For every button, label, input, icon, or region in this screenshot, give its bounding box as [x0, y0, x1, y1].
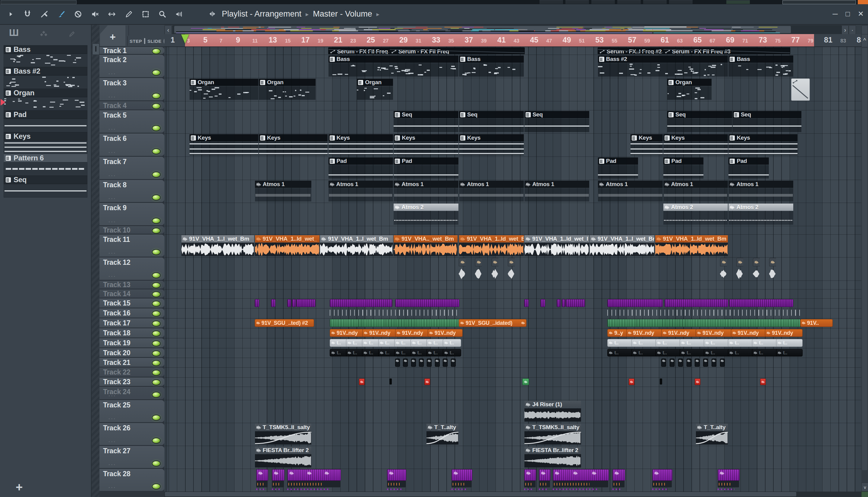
play-icon[interactable] — [5, 9, 16, 19]
marker-clip-red[interactable] — [359, 379, 365, 385]
track-header-2[interactable]: Track 2 ··· — [100, 55, 164, 77]
pattern-clip[interactable]: Seq — [732, 111, 802, 132]
audio-clip-atmos[interactable]: Atmos 1 — [728, 180, 794, 202]
track-mute-led[interactable] — [152, 330, 161, 337]
riser-audio-clip[interactable]: T_TSMK5..ll_salty — [255, 423, 312, 445]
automation-clip[interactable]: Serum - FX..l Freq #2 — [598, 47, 664, 54]
purple-clip[interactable] — [395, 299, 459, 307]
mini-audio-clip[interactable] — [435, 358, 440, 367]
step-checkbox[interactable] — [144, 38, 145, 44]
purple-audio-clip[interactable] — [387, 469, 406, 481]
track-header-6[interactable]: Track 6 ··· — [100, 133, 164, 156]
close-button[interactable]: ✕ — [858, 10, 864, 18]
audio-chip-clip[interactable]: t.. — [362, 349, 380, 356]
pencil-icon[interactable] — [67, 29, 77, 39]
mini-audio-clip[interactable] — [443, 358, 447, 367]
track-header-27[interactable]: Track 27 ··· — [100, 446, 164, 468]
track-mute-led[interactable] — [152, 272, 161, 278]
pattern-clip[interactable]: Keys — [393, 134, 459, 156]
select-icon[interactable] — [141, 9, 151, 19]
track-header-18[interactable]: Track 18 — [100, 328, 164, 338]
pattern-clip[interactable]: Bass — [728, 55, 794, 77]
purple-audio-clip[interactable] — [553, 469, 609, 481]
mini-audio-clip[interactable] — [419, 358, 424, 367]
add-track-button[interactable]: + — [100, 25, 126, 46]
draw-icon[interactable] — [123, 9, 134, 19]
accent-button[interactable] — [858, 0, 868, 4]
track-mute-led[interactable] — [152, 70, 161, 76]
purple-audio-clip[interactable] — [539, 469, 551, 481]
audio-stub-clip[interactable] — [508, 258, 515, 280]
mini-audio-clip[interactable] — [427, 358, 431, 367]
slip-icon[interactable] — [39, 9, 49, 19]
pattern-clip[interactable]: Keys — [459, 134, 524, 156]
tick-markers-row[interactable] — [607, 310, 800, 316]
pattern-item-bass[interactable]: Bass — [4, 45, 87, 67]
maximize-button[interactable]: □ — [845, 10, 850, 18]
audio-clip-atmos2[interactable]: Atmos 2 — [728, 203, 794, 225]
track-mute-led[interactable] — [152, 311, 161, 317]
track-header-17[interactable]: Track 17 — [100, 318, 164, 327]
riser-audio-clip[interactable]: T_T..alty — [696, 423, 728, 445]
purple-clip[interactable] — [665, 299, 728, 307]
mini-audio-clip[interactable] — [451, 358, 456, 367]
pattern-clip[interactable]: Bass #2 — [598, 55, 729, 77]
audio-clip-orange[interactable]: 91V..ndy — [330, 329, 365, 337]
audio-clip-orange[interactable]: 91V..ndy — [362, 329, 397, 337]
automation-clip-small[interactable] — [791, 79, 810, 101]
audio-chip-clip[interactable]: t.. — [704, 349, 730, 356]
automation-clip[interactable]: Serum - FX Fil Freq — [328, 47, 390, 54]
pattern-clip[interactable]: Organ — [189, 79, 259, 100]
audio-chip-clip[interactable]: t.. — [426, 339, 445, 347]
pattern-item-seq[interactable]: Seq — [4, 175, 87, 197]
horizontal-scroll-thumb[interactable] — [165, 492, 796, 496]
track-header-20[interactable]: Track 20 — [100, 348, 164, 357]
purple-audio-clip[interactable] — [524, 469, 536, 481]
track-mute-led[interactable] — [152, 195, 161, 201]
purple-clip[interactable] — [540, 299, 545, 307]
track-mute-led[interactable] — [152, 321, 161, 327]
audio-stub-clip[interactable] — [736, 258, 743, 280]
purple-clip[interactable] — [296, 299, 315, 307]
track-mute-led[interactable] — [152, 438, 161, 444]
audio-clip-atmos2[interactable]: Atmos 2 — [393, 203, 459, 225]
purple-clip[interactable] — [330, 299, 393, 307]
riser-audio-clip[interactable]: FIESTA Br..lifter 2 — [524, 446, 582, 468]
scroll-down-button[interactable]: v — [862, 483, 868, 492]
pattern-list-icon[interactable]: Ш — [9, 27, 19, 38]
mini-audio-clip[interactable] — [670, 358, 675, 367]
zoom-icon[interactable] — [157, 9, 167, 19]
track-header-12[interactable]: Track 12 ··· — [100, 258, 164, 280]
audio-clip-orange[interactable]: 91V_SGU_..idated) — [459, 319, 527, 327]
mini-audio-clip[interactable] — [711, 358, 717, 367]
audio-chip-clip[interactable]: t.. — [607, 339, 634, 347]
mini-audio-clip[interactable] — [703, 358, 708, 367]
track-mute-led[interactable] — [152, 415, 161, 421]
audio-clip-atmos[interactable]: Atmos 1 — [459, 180, 524, 202]
riser-audio-clip[interactable]: T_TSMK5..ll_salty — [524, 423, 582, 445]
track-header-15[interactable]: Track 15 — [100, 299, 164, 308]
pattern-clip[interactable]: Bass — [459, 55, 524, 77]
track-header-7[interactable]: Track 7 ··· — [100, 157, 164, 179]
green-striped-clip[interactable] — [607, 319, 801, 327]
pattern-item-organ[interactable]: Organ — [4, 89, 87, 110]
automation-clip[interactable]: Serum - FX Fil Freq #3 — [663, 47, 790, 54]
audio-chip-clip[interactable]: t.. — [704, 339, 730, 347]
audio-clip-atmos[interactable]: Atmos 1 — [328, 180, 394, 202]
track-header-28[interactable]: Track 28 ··· — [100, 469, 164, 491]
audio-chip-clip[interactable]: t.. — [443, 349, 461, 356]
song-mode-icon[interactable] — [207, 9, 218, 19]
bottom-right-corner-button[interactable] — [862, 492, 868, 497]
scroll-up-button[interactable]: ^ — [862, 34, 868, 47]
track-mute-led[interactable] — [152, 379, 161, 385]
brush-icon[interactable] — [56, 9, 66, 19]
pattern-clip[interactable]: Seq — [667, 111, 732, 132]
audio-chip-clip[interactable]: t.. — [631, 339, 658, 347]
purple-audio-clip[interactable] — [718, 469, 740, 481]
audio-clip[interactable]: 91V_VHA_1..l_wet_Bm — [320, 235, 393, 256]
audio-clip-orange[interactable]: 91V..ndy — [661, 329, 698, 337]
mini-audio-clip[interactable] — [720, 358, 725, 367]
pattern-item-bass-2[interactable]: Bass #2 — [4, 67, 87, 89]
audio-chip-clip[interactable]: t.. — [752, 339, 779, 347]
purple-audio-clip[interactable] — [652, 469, 672, 481]
